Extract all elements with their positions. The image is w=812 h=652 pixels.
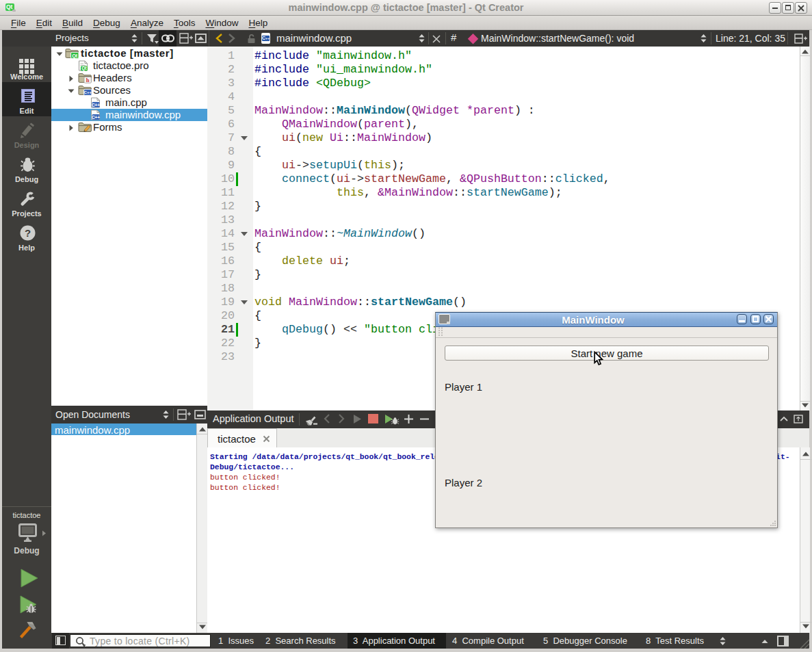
svg-text:C++: C++ — [83, 90, 92, 94]
svg-text:Qt: Qt — [81, 66, 87, 71]
svg-text:h: h — [86, 77, 90, 83]
svg-text:C++: C++ — [92, 115, 100, 120]
svg-text:C++: C++ — [92, 103, 100, 107]
svg-text:?: ? — [25, 227, 31, 239]
svg-text:Qt: Qt — [72, 53, 77, 59]
